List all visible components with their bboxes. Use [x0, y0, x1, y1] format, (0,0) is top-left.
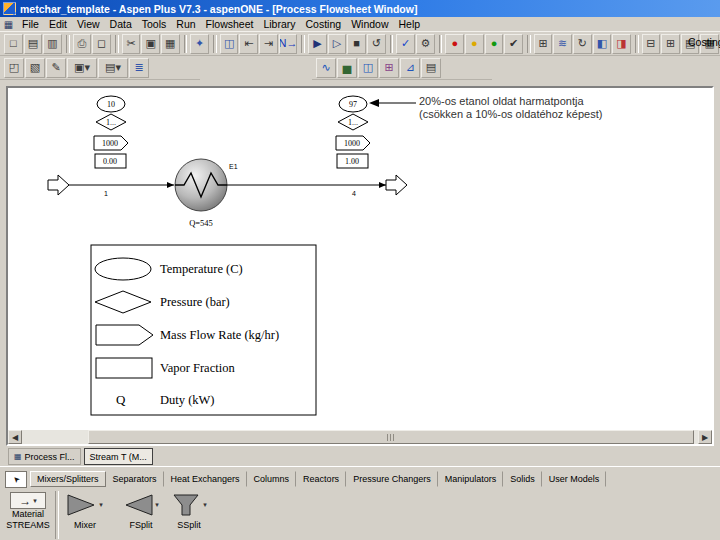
flowsheet-drawing[interactable]: 1 10 1... 1000 0.00 E1 Q=545 — [8, 88, 712, 430]
control-panel-icon[interactable]: ✓ — [396, 34, 415, 54]
analysis-tools-icon[interactable]: ✦ — [190, 34, 209, 54]
library-tab-pressure-changers[interactable]: Pressure Changers — [346, 471, 438, 487]
flip-icon[interactable]: ◧ — [593, 34, 612, 54]
property-table-icon[interactable]: ⊞ — [661, 34, 680, 54]
mixer-variants-dropdown[interactable]: ▾ — [99, 501, 103, 509]
print-icon[interactable]: ⎙ — [73, 34, 92, 54]
title-bar[interactable]: metchar_template - Aspen Plus V7.3 - asp… — [0, 0, 720, 17]
legend-temperature-label: Temperature (C) — [160, 262, 243, 276]
menu-item-tools[interactable]: Tools — [137, 18, 172, 30]
menu-item-window[interactable]: Window — [346, 18, 393, 30]
model-mixer[interactable]: ▾ Mixer — [58, 489, 112, 530]
annotation-icon[interactable]: ▧ — [25, 58, 45, 78]
cut-icon[interactable]: ✂ — [122, 34, 141, 54]
annotation-text-line2: (csökken a 10%-os oldatéhoz képest) — [419, 108, 602, 120]
app-icon — [3, 2, 16, 15]
costing-toolbar-button[interactable]: Costing — [688, 36, 720, 48]
run-icon[interactable]: ▶ — [308, 34, 327, 54]
stream-table-icon[interactable]: ⊟ — [642, 34, 661, 54]
exchanger-curves-icon[interactable]: ≋ — [553, 34, 572, 54]
menu-item-file[interactable]: File — [17, 18, 44, 30]
heat-exchanger-block[interactable]: E1 Q=545 — [175, 159, 238, 228]
library-tab-heat-exchangers[interactable]: Heat Exchangers — [164, 471, 247, 487]
library-tab-separators[interactable]: Separators — [106, 471, 164, 487]
stream-type-dropdown[interactable]: ▾ — [33, 497, 37, 505]
next-input-icon[interactable]: ⇥ — [259, 34, 278, 54]
chart-icon[interactable]: ▅ — [337, 58, 357, 78]
status-error-icon[interactable]: ● — [445, 34, 464, 54]
menu-item-costing[interactable]: Costing — [301, 18, 347, 30]
data-browser-icon[interactable]: ◫ — [220, 34, 239, 54]
menu-item-library[interactable]: Library — [258, 18, 300, 30]
table-tool-icon[interactable]: ⊞ — [379, 58, 399, 78]
pointer-icon: ➤ — [10, 474, 21, 485]
step-run-icon[interactable]: ▷ — [328, 34, 347, 54]
results-legend: Temperature (C) Pressure (bar) Mass Flow… — [91, 245, 316, 415]
library-tab-mixers-splitters[interactable]: Mixers/Splitters — [30, 471, 106, 487]
mixer-icon — [67, 493, 97, 517]
library-tab-solids[interactable]: Solids — [503, 471, 542, 487]
library-tab-reactors[interactable]: Reactors — [296, 471, 346, 487]
model-ssplit[interactable]: ▾ SSplit — [162, 489, 216, 530]
sensitivity-icon[interactable]: ⊿ — [400, 58, 420, 78]
view-scale-dropdown[interactable]: ▣▾ — [67, 58, 97, 78]
toolbar-separator — [115, 35, 119, 53]
product-arrow-symbol[interactable] — [386, 175, 407, 195]
library-tab-user-models[interactable]: User Models — [542, 471, 607, 487]
material-stream-selector[interactable]: → ▾ Material STREAMS — [2, 489, 54, 531]
draw-text-icon[interactable]: ✎ — [46, 58, 66, 78]
product-stream-results: 97 1... 1000 1.00 — [336, 96, 370, 168]
flowsheet-tab-icon: ▦ — [14, 452, 22, 461]
material-stream-icon: → — [19, 495, 31, 507]
scroll-left-button[interactable]: ◀ — [8, 430, 22, 444]
product-vaporfraction-value: 1.00 — [345, 157, 359, 166]
menu-item-data[interactable]: Data — [105, 18, 137, 30]
status-ok-icon[interactable]: ● — [485, 34, 504, 54]
scroll-right-button[interactable]: ▶ — [698, 430, 712, 444]
model-fsplit[interactable]: ▾ FSplit — [114, 489, 168, 530]
fsplit-variants-dropdown[interactable]: ▾ — [155, 501, 159, 509]
stream-summary-icon[interactable]: ◫ — [358, 58, 378, 78]
economics-icon[interactable]: ◨ — [612, 34, 631, 54]
copy-icon[interactable]: ▣ — [141, 34, 160, 54]
save-icon[interactable]: ▥ — [43, 34, 62, 54]
library-tab-columns[interactable]: Columns — [247, 471, 297, 487]
open-icon[interactable]: ▤ — [24, 34, 43, 54]
next-step-icon[interactable]: N→ — [279, 34, 298, 54]
section-dropdown[interactable]: ▤▾ — [98, 58, 128, 78]
annotation-text-line1: 20%-os etanol oldat harmatpontja — [419, 95, 584, 107]
tab-process-flowsheet[interactable]: ▦ Process Fl... — [8, 448, 81, 465]
select-mode-button[interactable]: ➤ — [5, 471, 27, 488]
menu-item-view[interactable]: View — [72, 18, 105, 30]
zoom-full-icon[interactable]: ◰ — [4, 58, 24, 78]
check-results-icon[interactable]: ✔ — [504, 34, 523, 54]
print-preview-icon[interactable]: ◻ — [92, 34, 111, 54]
rotate-icon[interactable]: ↻ — [573, 34, 592, 54]
status-warning-icon[interactable]: ● — [465, 34, 484, 54]
new-icon[interactable]: □ — [4, 34, 23, 54]
insert-block-icon[interactable]: ⊞ — [534, 34, 553, 54]
library-tab-manipulators[interactable]: Manipulators — [438, 471, 504, 487]
feed-stream-arrowhead — [167, 182, 174, 188]
menu-item-flowsheet[interactable]: Flowsheet — [201, 18, 259, 30]
data-fit-icon[interactable]: ▤ — [421, 58, 441, 78]
plot-icon[interactable]: ∿ — [316, 58, 336, 78]
reinitialize-icon[interactable]: ↺ — [367, 34, 386, 54]
stop-icon[interactable]: ■ — [347, 34, 366, 54]
menu-item-edit[interactable]: Edit — [44, 18, 72, 30]
horizontal-scrollbar[interactable]: ◀ ▶ — [8, 430, 712, 444]
scrollbar-thumb[interactable] — [88, 430, 694, 444]
tab-stream-table[interactable]: Stream T (M... — [84, 448, 153, 465]
feed-arrow-symbol[interactable] — [48, 175, 69, 195]
grid-icon[interactable]: ≣ — [129, 58, 149, 78]
legend-vaporfraction-symbol — [96, 358, 152, 378]
feed-pressure-value: 1... — [106, 118, 116, 127]
paste-icon[interactable]: ▦ — [161, 34, 180, 54]
material-stream-button[interactable]: → ▾ — [10, 492, 46, 509]
menu-item-run[interactable]: Run — [171, 18, 200, 30]
settings-icon[interactable]: ⚙ — [416, 34, 435, 54]
ssplit-variants-dropdown[interactable]: ▾ — [203, 501, 207, 509]
menu-item-help[interactable]: Help — [394, 18, 426, 30]
prev-input-icon[interactable]: ⇤ — [239, 34, 258, 54]
flowsheet-canvas[interactable]: 1 10 1... 1000 0.00 E1 Q=545 — [8, 88, 712, 430]
